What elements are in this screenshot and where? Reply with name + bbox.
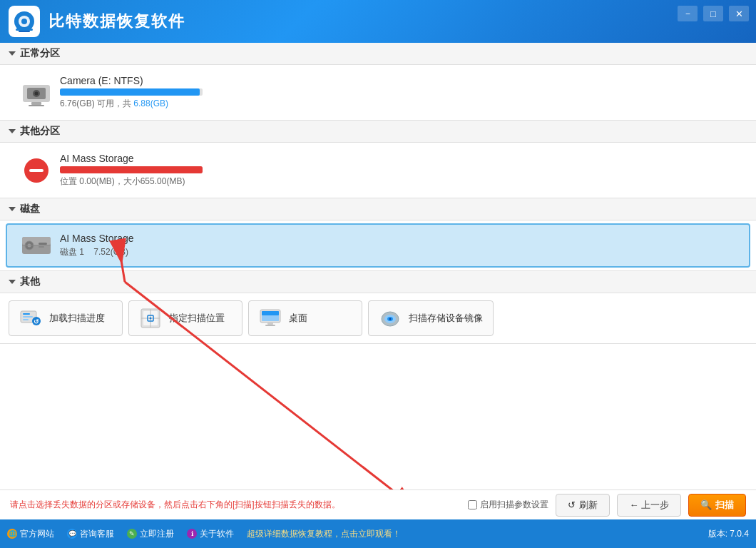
section-header-disk[interactable]: 磁盘 xyxy=(0,198,756,220)
load-icon: ↺ xyxy=(19,307,42,330)
refresh-button[interactable]: ↺ 刷新 xyxy=(556,494,610,517)
footer-promo[interactable]: 超级详细数据恢复教程，点击立即观看！ xyxy=(247,528,695,540)
scan-params-label: 启用扫描参数设置 xyxy=(480,499,548,511)
section-normal-partition: 正常分区 Camera (E: NTFS) 6. xyxy=(0,43,756,121)
app-logo xyxy=(9,6,40,37)
drive-bar-ai-mass-partition xyxy=(60,166,203,173)
svg-rect-3 xyxy=(16,29,33,31)
other-item-scan-image[interactable]: 扫描存储设备镜像 xyxy=(368,300,494,336)
svg-rect-35 xyxy=(267,323,273,325)
other-item-label-scan-image: 扫描存储设备镜像 xyxy=(409,312,483,325)
other-item-desktop[interactable]: 桌面 xyxy=(248,300,362,336)
other-item-load-scan[interactable]: ↺ 加载扫描进度 xyxy=(9,300,123,336)
status-actions: 启用扫描参数设置 ↺ 刷新 ← 上一步 🔍 扫描 xyxy=(468,494,746,517)
section-title-other-partition: 其他分区 xyxy=(20,125,60,138)
official-site-icon: 🌐 xyxy=(7,529,17,539)
scan-button[interactable]: 🔍 扫描 xyxy=(688,494,746,517)
other-item-label-desktop: 桌面 xyxy=(289,312,307,325)
status-bar: 请点击选择丢失数据的分区或存储设备，然后点击右下角的[扫描]按钮扫描丢失的数据。… xyxy=(0,489,756,519)
scan-params-checkbox-wrap[interactable]: 启用扫描参数设置 xyxy=(468,499,548,511)
register-icon: ✎ xyxy=(127,529,137,539)
drive-icon-ai-mass-disk xyxy=(21,230,51,260)
svg-point-8 xyxy=(35,91,39,95)
footer-link-official-site[interactable]: 🌐 官方网站 xyxy=(7,528,54,540)
svg-point-40 xyxy=(389,318,392,320)
other-items-container: ↺ 加载扫描进度 指定扫描位置 xyxy=(0,293,756,343)
support-icon: 💬 xyxy=(67,529,77,539)
app-title: 比特数据恢复软件 xyxy=(48,11,185,32)
drive-bar-camera xyxy=(60,88,203,96)
search-icon: 🔍 xyxy=(700,499,712,510)
collapse-triangle-other-partition xyxy=(9,129,16,133)
location-icon xyxy=(139,307,162,330)
svg-rect-10 xyxy=(29,105,44,106)
section-title-other: 其他 xyxy=(20,275,40,288)
footer-version: 版本: 7.0.4 xyxy=(708,528,749,540)
svg-rect-22 xyxy=(23,316,33,318)
drive-name-ai-mass-partition: AI Mass Storage xyxy=(60,153,735,164)
section-header-other-partition[interactable]: 其他分区 xyxy=(0,121,756,143)
window-controls: － □ ✕ xyxy=(678,6,749,21)
other-item-specify-location[interactable]: 指定扫描位置 xyxy=(128,300,242,336)
section-header-normal[interactable]: 正常分区 xyxy=(0,43,756,65)
footer-label-about: 关于软件 xyxy=(200,528,234,540)
footer-label-support: 咨询客服 xyxy=(80,528,114,540)
drive-meta-camera: 6.76(GB) 可用，共 6.88(GB) xyxy=(60,98,735,110)
collapse-triangle-normal xyxy=(9,51,16,56)
drive-icon-ai-mass-partition xyxy=(21,156,51,186)
drive-sub-ai-mass-disk: 磁盘 1 7.52(GB) xyxy=(60,246,735,258)
section-header-other[interactable]: 其他 xyxy=(0,271,756,293)
footer-label-official-site: 官方网站 xyxy=(20,528,54,540)
collapse-triangle-other xyxy=(9,280,16,284)
section-title-disk: 磁盘 xyxy=(20,203,40,215)
svg-rect-36 xyxy=(265,325,275,326)
svg-point-31 xyxy=(150,318,152,320)
collapse-triangle-disk xyxy=(9,207,16,211)
drive-item-camera[interactable]: Camera (E: NTFS) 6.76(GB) 可用，共 6.88(GB) xyxy=(6,68,750,117)
back-button[interactable]: ← 上一步 xyxy=(617,494,681,517)
drive-info-ai-mass-partition: AI Mass Storage 位置 0.00(MB)，大小655.00(MB) xyxy=(60,153,735,188)
maximize-button[interactable]: □ xyxy=(703,6,723,21)
svg-rect-9 xyxy=(31,102,41,105)
drive-meta-ai-mass-partition: 位置 0.00(MB)，大小655.00(MB) xyxy=(60,176,735,188)
footer-label-register: 立即注册 xyxy=(140,528,174,540)
main-content: 正常分区 Camera (E: NTFS) 6. xyxy=(0,43,756,489)
footer-link-support[interactable]: 💬 咨询客服 xyxy=(67,528,114,540)
drive-info-camera: Camera (E: NTFS) 6.76(GB) 可用，共 6.88(GB) xyxy=(60,75,735,110)
section-other: 其他 ↺ 加载扫描进度 xyxy=(0,271,756,344)
drive-item-ai-mass-partition[interactable]: AI Mass Storage 位置 0.00(MB)，大小655.00(MB) xyxy=(6,146,750,195)
svg-rect-23 xyxy=(23,319,29,320)
footer-link-register[interactable]: ✎ 立即注册 xyxy=(127,528,174,540)
other-item-label-specify-location: 指定扫描位置 xyxy=(169,312,225,325)
scan-params-checkbox[interactable] xyxy=(468,500,477,509)
drive-bar-fill-camera xyxy=(60,88,200,96)
desktop-icon xyxy=(259,307,282,330)
back-label: ← 上一步 xyxy=(629,499,669,512)
close-button[interactable]: ✕ xyxy=(729,6,749,21)
section-disk: 磁盘 AI Mass Storage 磁盘 1 7.52(GB) xyxy=(0,198,756,271)
svg-rect-21 xyxy=(23,313,30,315)
image-icon xyxy=(379,307,402,330)
drive-icon-camera xyxy=(21,78,51,108)
about-icon: ℹ xyxy=(187,529,197,539)
status-text: 请点击选择丢失数据的分区或存储设备，然后点击右下角的[扫描]按钮扫描丢失的数据。 xyxy=(10,499,468,511)
drive-name-camera: Camera (E: NTFS) xyxy=(60,75,735,86)
footer-bar: 🌐 官方网站 💬 咨询客服 ✎ 立即注册 ℹ 关于软件 超级详细数据恢复教程，点… xyxy=(0,519,756,548)
drive-bar-fill-ai-mass-partition xyxy=(60,166,203,173)
footer-link-about[interactable]: ℹ 关于软件 xyxy=(187,528,234,540)
section-title-normal: 正常分区 xyxy=(20,47,60,60)
svg-rect-18 xyxy=(39,246,44,248)
title-bar: 比特数据恢复软件 － □ ✕ xyxy=(0,0,756,43)
refresh-label: 刷新 xyxy=(579,499,598,512)
svg-rect-34 xyxy=(262,311,279,315)
drive-item-ai-mass-disk[interactable]: AI Mass Storage 磁盘 1 7.52(GB) xyxy=(6,223,750,268)
other-item-label-load-scan: 加载扫描进度 xyxy=(49,312,105,325)
svg-rect-17 xyxy=(39,243,47,245)
svg-text:↺: ↺ xyxy=(34,318,39,325)
scan-label: 扫描 xyxy=(715,499,734,512)
minimize-button[interactable]: － xyxy=(678,6,698,21)
refresh-icon: ↺ xyxy=(568,499,576,510)
section-other-partition: 其他分区 AI Mass Storage 位置 0.00(MB)，大小655.0… xyxy=(0,121,756,198)
drive-info-ai-mass-disk: AI Mass Storage 磁盘 1 7.52(GB) xyxy=(60,233,735,258)
svg-rect-12 xyxy=(29,169,44,172)
